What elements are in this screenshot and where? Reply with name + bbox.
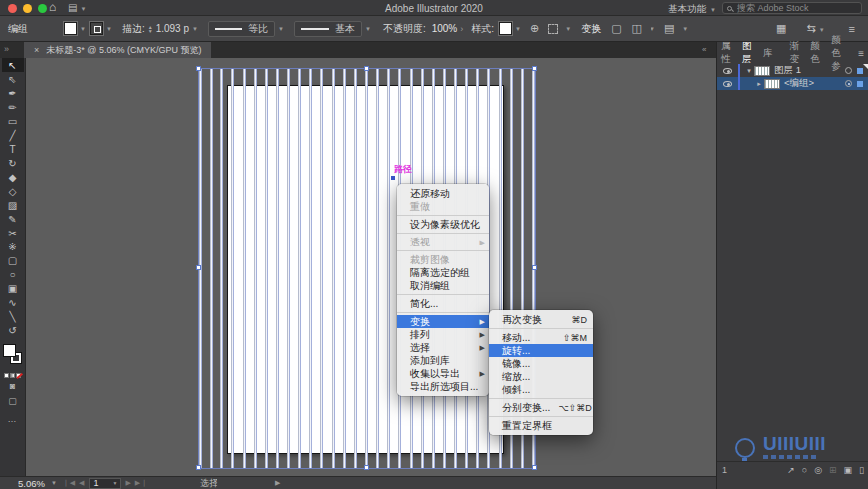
selection-handle[interactable] xyxy=(364,66,369,71)
direct-selection-tool[interactable]: ⇖ xyxy=(2,72,24,86)
workspace-switcher[interactable]: 基本功能▼ xyxy=(668,3,716,16)
fill-swatch[interactable] xyxy=(3,344,16,357)
first-artboard-icon[interactable]: ❘◀ ◀ xyxy=(63,479,86,487)
submenu-item-transform-again[interactable]: 再次变换⌘D xyxy=(489,313,593,326)
submenu-item-move[interactable]: 移动...⇧⌘M xyxy=(489,331,593,344)
stroke-color-swatch[interactable] xyxy=(90,22,103,35)
close-tab-icon[interactable]: × xyxy=(34,45,39,55)
selection-color-square[interactable] xyxy=(857,81,863,87)
rotate-tool[interactable]: ↻ xyxy=(2,156,24,170)
opacity-value[interactable]: 100% xyxy=(432,23,458,34)
zoom-tool[interactable]: ○ xyxy=(2,267,24,281)
bounding-box-icon[interactable]: ▢ xyxy=(611,22,621,35)
panel-tab-渐变[interactable]: 渐变 xyxy=(789,40,801,66)
submenu-item-reset-bounding-box[interactable]: 重置定界框 xyxy=(489,419,593,432)
line-segment-tool[interactable]: ╱ xyxy=(2,128,24,142)
chevron-down-icon[interactable]: ▼ xyxy=(650,26,655,32)
menu-item-select[interactable]: 选择▶ xyxy=(397,341,489,354)
collect-for-export-icon[interactable]: ↗ xyxy=(787,465,795,475)
menu-item-undo-move[interactable]: 还原移动 xyxy=(397,187,489,200)
fill-color-swatch[interactable] xyxy=(64,22,77,35)
stripe-path[interactable] xyxy=(276,69,279,468)
chevron-down-icon[interactable]: ▾ xyxy=(744,67,754,75)
layer-name[interactable]: 图层 1 xyxy=(774,64,845,77)
clipping-mask-icon[interactable]: ◎ xyxy=(814,465,822,475)
menu-item-crop-image[interactable]: 裁剪图像 xyxy=(397,253,489,266)
style-swatch[interactable] xyxy=(499,22,512,35)
menu-item-make-pixel-perfect[interactable]: 设为像素级优化 xyxy=(397,218,489,231)
transform-panel-button[interactable]: 变换 xyxy=(581,22,601,36)
target-circle-icon[interactable] xyxy=(845,67,852,74)
stripe-path[interactable] xyxy=(309,69,312,468)
layer-row[interactable]: ▸ <编组> xyxy=(717,77,868,90)
gradient-tool[interactable]: ▨ xyxy=(2,198,24,212)
chevron-down-icon[interactable]: ▼ xyxy=(80,26,86,32)
target-circle-icon[interactable] xyxy=(845,80,852,87)
collapse-panels-icon[interactable]: « xyxy=(702,45,706,54)
menu-item-collect-for-export[interactable]: 收集以导出▶ xyxy=(397,367,489,380)
menu-item-add-to-library[interactable]: 添加到库 xyxy=(397,354,489,367)
draw-mode-icon[interactable]: ◙ xyxy=(2,381,24,393)
menu-item-ungroup[interactable]: 取消编组 xyxy=(397,279,489,292)
artboard-tool[interactable]: ▣ xyxy=(2,281,24,295)
type-tool[interactable]: T xyxy=(2,142,24,156)
menu-item-export-selection[interactable]: 导出所选项目... xyxy=(397,380,489,393)
rectangle-tool[interactable]: ▭ xyxy=(2,114,24,128)
panel-tab-图层[interactable]: 图层 xyxy=(742,40,754,66)
chevron-right-icon[interactable]: ▸ xyxy=(754,80,764,88)
list-icon[interactable]: ≡ xyxy=(849,23,855,35)
panel-menu-icon[interactable]: ≡ xyxy=(858,48,864,59)
submenu-item-transform-each[interactable]: 分别变换...⌥⇧⌘D xyxy=(489,401,593,414)
chevron-down-icon[interactable]: ▼ xyxy=(106,26,112,32)
marquee-icon[interactable] xyxy=(548,24,558,34)
selection-handle[interactable] xyxy=(532,265,537,270)
variable-width-profile-button[interactable]: 等比 xyxy=(208,21,275,37)
stripe-path[interactable] xyxy=(231,69,234,468)
screen-mode-icon[interactable]: ▢ xyxy=(2,396,24,408)
stripe-path[interactable] xyxy=(298,69,301,468)
stripe-path[interactable] xyxy=(287,69,290,468)
chevron-down-icon[interactable]: ▼ xyxy=(278,26,284,32)
locate-object-icon[interactable]: ○ xyxy=(802,465,807,475)
stroke-weight-value[interactable]: 1.093 p xyxy=(156,23,189,34)
pen-tool[interactable]: ✒ xyxy=(2,86,24,100)
visibility-eye-icon[interactable] xyxy=(723,68,732,74)
stripe-path[interactable] xyxy=(365,69,368,468)
stripe-path[interactable] xyxy=(376,69,379,468)
eraser-tool[interactable]: ◆ xyxy=(2,170,24,184)
stripe-path[interactable] xyxy=(320,69,323,468)
selection-handle[interactable] xyxy=(532,66,537,71)
submenu-item-scale[interactable]: 缩放... xyxy=(489,370,593,383)
rotate-view-tool[interactable]: ↺ xyxy=(2,323,24,337)
layer-thumbnail[interactable] xyxy=(764,79,780,89)
selection-handle[interactable] xyxy=(196,66,201,71)
none-chip[interactable] xyxy=(16,373,21,378)
chevron-down-icon[interactable]: ▼ xyxy=(515,26,521,32)
submenu-item-reflect[interactable]: 镜像... xyxy=(489,357,593,370)
new-layer-icon[interactable]: ▣ xyxy=(844,465,853,475)
layer-row[interactable]: ▾ 图层 1 xyxy=(717,64,868,77)
chevron-down-icon[interactable]: ▼ xyxy=(192,26,198,32)
stripe-path[interactable] xyxy=(243,69,246,468)
panel-tab-颜色[interactable]: 颜色 xyxy=(810,40,822,66)
stripe-path[interactable] xyxy=(387,69,390,468)
stock-search-box[interactable] xyxy=(722,2,862,14)
slice-tool[interactable]: ╲ xyxy=(2,309,24,323)
crop-tool[interactable]: ▢ xyxy=(2,253,24,267)
tool-expander-icon[interactable]: » xyxy=(4,44,9,54)
selection-handle[interactable] xyxy=(196,265,201,270)
stripe-path[interactable] xyxy=(210,69,213,468)
align-icon[interactable]: ◫ xyxy=(632,22,642,35)
width-tool[interactable]: ◇ xyxy=(2,184,24,198)
artboard-number[interactable]: 1 xyxy=(93,478,112,488)
status-options-icon[interactable]: ▶ xyxy=(275,479,280,487)
menu-item-simplify[interactable]: 简化... xyxy=(397,297,489,310)
search-input[interactable] xyxy=(737,3,852,13)
chevron-down-icon[interactable]: ▼ xyxy=(682,26,688,32)
opacity-more-icon[interactable]: › xyxy=(460,24,463,34)
symbol-sprayer-tool[interactable]: ※ xyxy=(2,240,24,253)
chevron-down-icon[interactable]: ▼ xyxy=(565,26,571,32)
selection-handle[interactable] xyxy=(364,465,369,470)
color-chip[interactable] xyxy=(4,373,9,378)
visibility-eye-icon[interactable] xyxy=(723,81,732,87)
